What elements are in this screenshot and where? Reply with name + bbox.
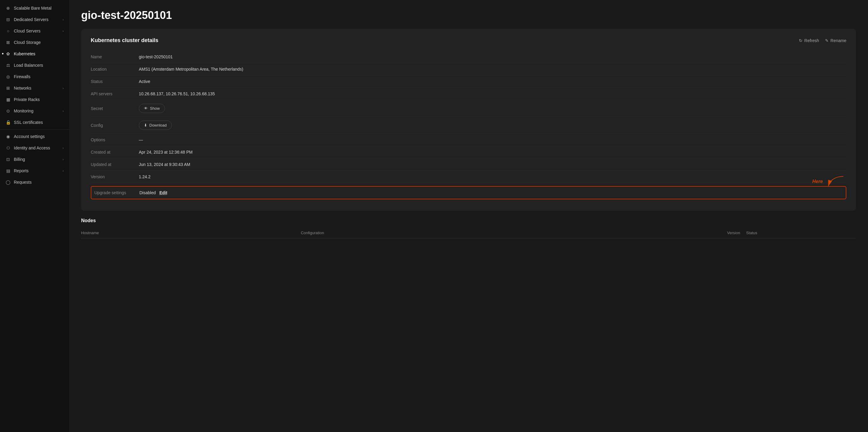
sidebar-item-reports[interactable]: ▤ Reports › [0, 165, 69, 176]
main-content: gio-test-20250101 Kubernetes cluster det… [69, 0, 868, 432]
nodes-table-header: Hostname Configuration Version Status [81, 228, 856, 238]
detail-row-api-servers: API servers 10.26.68.137, 10.26.76.51, 1… [91, 88, 846, 100]
chevron-right-icon: › [62, 86, 64, 90]
eye-icon: 👁 [144, 106, 148, 111]
divider [0, 129, 69, 129]
detail-row-secret: Secret 👁 Show [91, 100, 846, 117]
refresh-button[interactable]: ↻ Refresh [799, 38, 819, 43]
detail-row-config: Config ⬇ Download [91, 117, 846, 134]
detail-label-options: Options [91, 137, 139, 142]
firewalls-icon: ◎ [5, 74, 11, 79]
cluster-details-card: Kubernetes cluster details ↻ Refresh ✎ R… [81, 29, 856, 211]
sidebar-item-label: Reports [14, 168, 29, 173]
sidebar-item-ssl-certificates[interactable]: 🔒 SSL certificates [0, 117, 69, 128]
sidebar-item-private-racks[interactable]: ▦ Private Racks [0, 94, 69, 105]
sidebar-item-cloud-storage[interactable]: ⊠ Cloud Storage [0, 37, 69, 48]
sidebar-item-label: Private Racks [14, 97, 40, 102]
sidebar-item-requests[interactable]: ◯ Requests [0, 176, 69, 188]
sidebar-item-label: Identity and Access [14, 145, 50, 150]
reports-icon: ▤ [5, 168, 11, 173]
upgrade-settings-label: Upgrade settings [94, 190, 140, 195]
rename-button[interactable]: ✎ Rename [825, 38, 846, 43]
sidebar-item-billing[interactable]: ⊡ Billing › [0, 154, 69, 165]
load-balancers-icon: ⚖ [5, 63, 11, 68]
sidebar-item-label: Cloud Storage [14, 40, 41, 45]
sidebar-item-label: Load Balancers [14, 63, 43, 68]
detail-label-name: Name [91, 54, 139, 59]
detail-row-updated-at: Updated at Jun 13, 2024 at 9:30:43 AM [91, 159, 846, 171]
detail-value-options: — [139, 137, 846, 142]
col-header-hostname: Hostname [81, 231, 301, 235]
chevron-right-icon: › [62, 169, 64, 173]
kubernetes-icon: ✿ [5, 51, 11, 56]
detail-label-api-servers: API servers [91, 91, 139, 96]
sidebar-item-dedicated-servers[interactable]: ⊟ Dedicated Servers › [0, 14, 69, 25]
card-title: Kubernetes cluster details [91, 37, 158, 44]
server-icon: ⊕ [5, 6, 11, 10]
col-header-status: Status [746, 231, 856, 235]
upgrade-settings-edit-button[interactable]: Edit [159, 190, 167, 195]
detail-row-status: Status Active [91, 76, 846, 88]
sidebar-item-label: Firewalls [14, 74, 30, 79]
sidebar-item-label: Scalable Bare Metal [14, 6, 51, 10]
chevron-right-icon: › [62, 146, 64, 150]
sidebar-item-identity-and-access[interactable]: ⚇ Identity and Access › [0, 142, 69, 154]
card-header: Kubernetes cluster details ↻ Refresh ✎ R… [91, 37, 846, 44]
ssl-icon: 🔒 [5, 120, 11, 125]
download-config-button[interactable]: ⬇ Download [139, 120, 172, 130]
rename-label: Rename [831, 38, 846, 43]
col-header-version: Version [630, 231, 746, 235]
upgrade-settings-value: Disabled [140, 190, 156, 195]
sidebar-item-label: Requests [14, 180, 32, 184]
sidebar-item-account-settings[interactable]: ◉ Account settings [0, 131, 69, 142]
detail-value-created-at: Apr 24, 2023 at 12:36:48 PM [139, 150, 846, 154]
sidebar-item-label: Kubernetes [14, 51, 35, 56]
sidebar-item-label: Cloud Servers [14, 29, 40, 33]
sidebar-item-cloud-servers[interactable]: ○ Cloud Servers › [0, 25, 69, 37]
show-secret-button[interactable]: 👁 Show [139, 104, 165, 113]
annotation-text: Here [812, 179, 823, 184]
sidebar-item-kubernetes[interactable]: ✿ Kubernetes [0, 48, 69, 60]
details-table: Name gio-test-20250101 Location AMS1 (Am… [91, 51, 846, 202]
upgrade-settings-row: Upgrade settings Disabled Edit [91, 186, 846, 199]
download-label: Download [149, 123, 167, 127]
detail-row-version: Version 1.24.2 [91, 171, 846, 183]
detail-row-name: Name gio-test-20250101 [91, 51, 846, 63]
detail-value-location: AMS1 (Amsterdam Metropolitan Area, The N… [139, 67, 846, 71]
cloud-storage-icon: ⊠ [5, 40, 11, 45]
download-icon: ⬇ [144, 123, 147, 127]
card-actions: ↻ Refresh ✎ Rename [799, 38, 846, 43]
sidebar-item-label: Billing [14, 157, 25, 162]
sidebar-item-label: SSL certificates [14, 120, 43, 125]
detail-row-options: Options — [91, 134, 846, 146]
account-icon: ◉ [5, 134, 11, 139]
sidebar-item-monitoring[interactable]: ⊙ Monitoring › [0, 105, 69, 117]
pencil-icon: ✎ [825, 38, 829, 43]
sidebar-item-label: Dedicated Servers [14, 17, 49, 22]
sidebar-item-scalable-bare-metal[interactable]: ⊕ Scalable Bare Metal [0, 2, 69, 14]
col-header-configuration: Configuration [301, 231, 630, 235]
annotation-arrow-icon [825, 174, 849, 189]
detail-label-config: Config [91, 123, 139, 128]
detail-value-name: gio-test-20250101 [139, 54, 846, 59]
detail-row-location: Location AMS1 (Amsterdam Metropolitan Ar… [91, 63, 846, 76]
nodes-section: Nodes Hostname Configuration Version Sta… [81, 218, 856, 238]
chevron-right-icon: › [62, 109, 64, 113]
chevron-right-icon: › [62, 29, 64, 33]
dedicated-servers-icon: ⊟ [5, 17, 11, 22]
refresh-icon: ↻ [799, 38, 803, 43]
detail-value-secret: 👁 Show [139, 104, 846, 113]
detail-label-version: Version [91, 174, 139, 179]
sidebar-item-load-balancers[interactable]: ⚖ Load Balancers [0, 60, 69, 71]
sidebar-item-label: Networks [14, 86, 31, 90]
sidebar-item-networks[interactable]: ⊞ Networks › [0, 82, 69, 94]
sidebar-item-label: Monitoring [14, 109, 33, 113]
detail-value-config: ⬇ Download [139, 120, 846, 130]
detail-value-api-servers: 10.26.68.137, 10.26.76.51, 10.26.68.135 [139, 91, 846, 96]
annotation: Here [812, 174, 849, 189]
sidebar-item-firewalls[interactable]: ◎ Firewalls [0, 71, 69, 82]
detail-label-secret: Secret [91, 106, 139, 111]
refresh-label: Refresh [804, 38, 819, 43]
chevron-right-icon: › [62, 18, 64, 21]
identity-icon: ⚇ [5, 145, 11, 150]
